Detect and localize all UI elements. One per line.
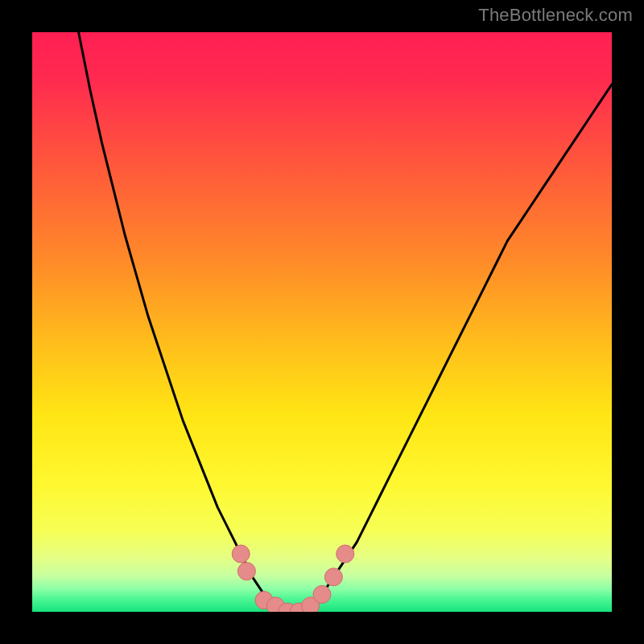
data-marker xyxy=(324,568,342,586)
watermark-text: TheBottleneck.com xyxy=(478,5,633,26)
gradient-background xyxy=(32,32,612,612)
data-marker xyxy=(237,563,255,580)
chart-container: TheBottleneck.com xyxy=(0,0,644,644)
data-marker xyxy=(313,585,331,603)
data-marker xyxy=(232,545,250,563)
plot-area xyxy=(32,32,612,612)
data-marker xyxy=(336,545,354,563)
chart-svg xyxy=(32,32,612,612)
